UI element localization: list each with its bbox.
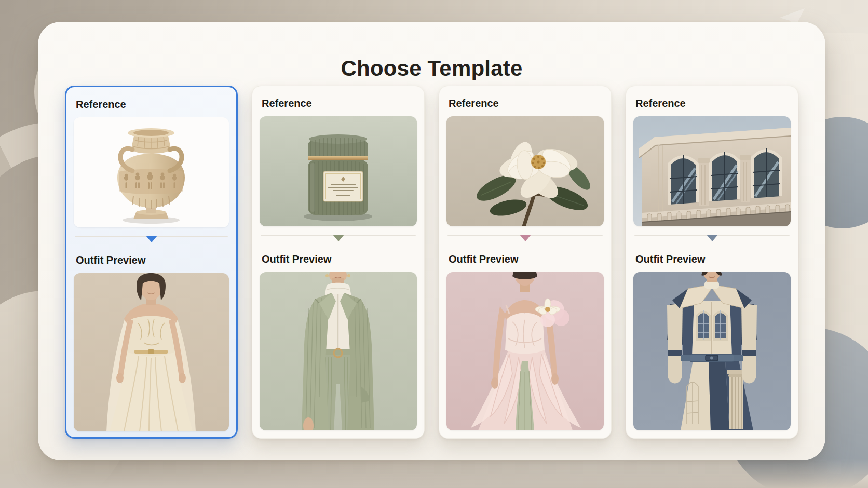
template-cards-row: Reference	[65, 86, 798, 439]
template-card-4[interactable]: Reference	[626, 86, 798, 439]
separator	[446, 235, 604, 242]
reference-label: Reference	[262, 98, 415, 110]
arrow-down-triangle-icon	[707, 235, 718, 241]
outfit-preview-image-sage-suit	[260, 272, 417, 430]
reference-label: Reference	[635, 98, 789, 110]
separator	[260, 235, 417, 242]
page-title: Choose Template	[38, 56, 825, 81]
background-floor-shade	[0, 459, 868, 488]
choose-template-screen: { "page": { "title": "Choose Template" }…	[0, 0, 868, 488]
outfit-preview-image-cream-gown	[74, 273, 229, 431]
outfit-preview-label: Outfit Preview	[76, 254, 227, 266]
outfit-preview-image-blush-gown	[446, 272, 604, 430]
reference-label: Reference	[449, 98, 602, 110]
outfit-preview-label: Outfit Preview	[635, 253, 789, 265]
reference-image-classical-vase	[74, 117, 229, 227]
template-card-1[interactable]: Reference	[65, 86, 238, 439]
separator	[633, 235, 791, 242]
outfit-preview-label: Outfit Preview	[262, 253, 415, 265]
reference-label: Reference	[76, 99, 227, 111]
arrow-down-triangle-icon	[333, 235, 344, 241]
reference-image-magnolia-flower	[446, 116, 604, 226]
outfit-preview-label: Outfit Preview	[449, 253, 602, 265]
template-card-3[interactable]: Reference	[439, 86, 612, 439]
arrow-down-triangle-icon	[520, 235, 531, 241]
arrow-down-triangle-icon	[146, 236, 157, 242]
reference-image-classical-building	[633, 116, 791, 226]
outfit-preview-image-architectural-coat	[633, 272, 791, 430]
separator	[74, 236, 229, 243]
template-chooser-panel: Choose Template Reference	[38, 22, 825, 460]
reference-image-green-jar	[260, 116, 417, 226]
template-card-2[interactable]: Reference	[252, 86, 425, 439]
